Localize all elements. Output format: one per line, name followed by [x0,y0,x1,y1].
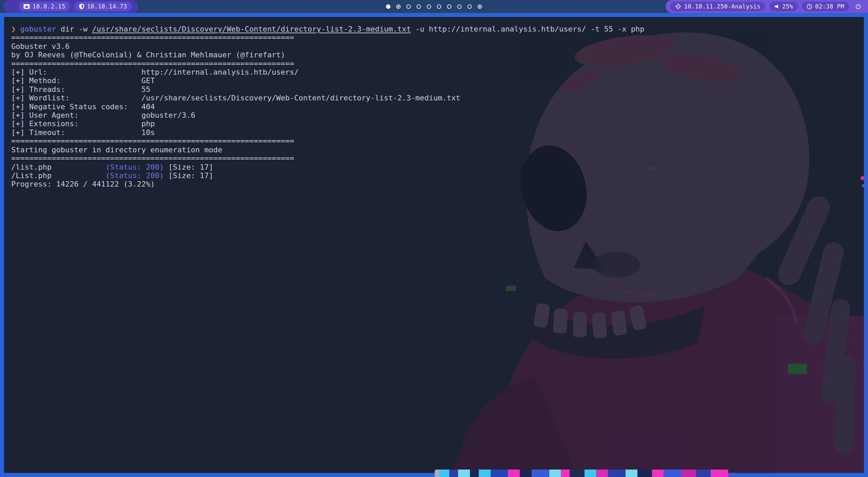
terminal-line: [+] Wordlist: /usr/share/seclists/Discov… [11,94,645,102]
terminal-line: ========================================… [11,33,645,42]
terminal-line: /list.php (Status: 200) [Size: 17] [11,163,645,171]
topbar-right-group: 10.10.11.250-Analysis 25% 02:38 PM [666,0,868,13]
clock-pill[interactable]: 02:38 PM [802,2,849,11]
clock-icon [807,4,812,9]
terminal-line: ========================================… [11,59,645,68]
terminal-window[interactable]: ❯ gobuster dir -w /usr/share/seclists/Di… [4,17,864,473]
terminal-line: ========================================… [11,137,645,145]
volume-icon [774,4,780,9]
terminal-line: [+] Threads: 55 [11,85,645,94]
ip-address-label: 10.0.2.15 [33,3,65,10]
workspace-dot[interactable] [437,4,441,9]
volume-level-label: 25% [782,3,793,10]
target-icon [675,3,681,9]
terminal-line: [+] Negative Status codes: 404 [11,102,645,111]
workspace-dot[interactable] [478,4,482,9]
vpn-ip-pill[interactable]: 10.10.14.73 [74,2,132,11]
shield-icon [79,3,84,9]
terminal-line: [+] Timeout: 10s [11,128,645,137]
top-bar: 10.0.2.15 10.10.14.73 [0,0,868,13]
terminal-line: /List.php (Status: 200) [Size: 17] [11,171,645,180]
wallpaper-edge-dot-blue [862,184,865,187]
power-icon [855,3,861,9]
workspace-dot[interactable] [386,4,391,9]
terminal-line: Starting gobuster in directory enumerati… [11,146,645,154]
workspace-dot[interactable] [457,4,462,9]
workspace-dot[interactable] [396,4,401,9]
apps-grid-icon[interactable] [7,3,15,10]
network-ip-pill[interactable]: 10.0.2.15 [19,2,70,11]
workspace-dot[interactable] [447,4,452,9]
terminal-output: ❯ gobuster dir -w /usr/share/seclists/Di… [11,25,645,189]
terminal-line: Gobuster v3.6 [11,42,645,51]
terminal-line: by OJ Reeves (@TheColonial) & Christian … [11,51,645,59]
vpn-ip-label: 10.10.14.73 [87,3,127,10]
terminal-line: [+] User Agent: gobuster/3.6 [11,111,645,119]
workspace-dot[interactable] [427,4,431,9]
target-machine-label: 10.10.11.250-Analysis [684,3,760,10]
wallpaper-edge-dot-magenta [861,176,865,180]
workspace-dot[interactable] [407,4,411,9]
terminal-line: Progress: 14226 / 441122 (3.22%) [11,180,645,188]
ethernet-icon [23,4,30,9]
terminal-line: ========================================… [11,154,645,163]
workspace-indicators [386,0,482,13]
wallpaper-strip [435,470,728,477]
target-machine-pill[interactable]: 10.10.11.250-Analysis [670,2,765,11]
terminal-line: ❯ gobuster dir -w /usr/share/seclists/Di… [11,25,645,33]
volume-pill[interactable]: 25% [769,2,798,11]
terminal-line: [+] Method: GET [11,76,645,85]
terminal-line: [+] Url: http://internal.analysis.htb/us… [11,68,645,76]
topbar-left-group: 10.0.2.15 10.10.14.73 [3,0,138,13]
workspace-dot[interactable] [468,4,472,9]
workspace-dot[interactable] [417,4,421,9]
terminal-line: [+] Extensions: php [11,119,645,128]
power-button[interactable] [853,1,863,12]
clock-label: 02:38 PM [815,3,844,10]
